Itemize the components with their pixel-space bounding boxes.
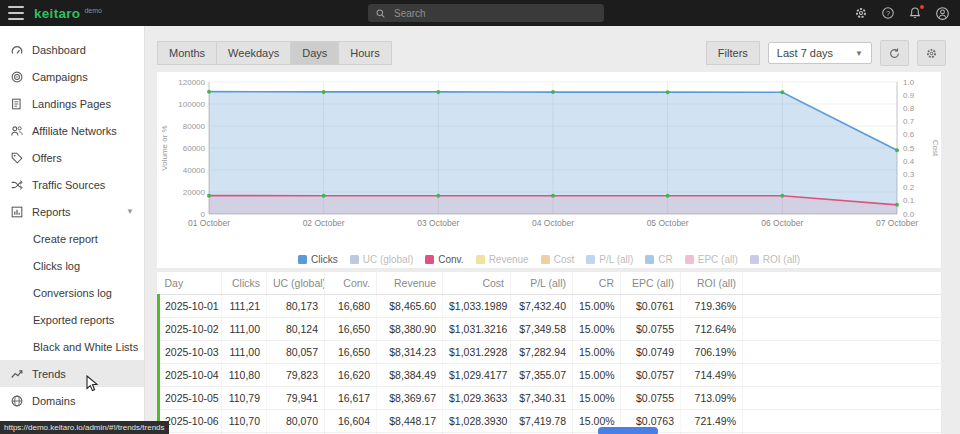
- refresh-button[interactable]: [880, 40, 909, 66]
- cell-day: 2025-10-03: [159, 341, 222, 364]
- svg-text:06 October: 06 October: [761, 218, 803, 228]
- legend-swatch: [685, 255, 694, 264]
- cell-clicks: 110,80: [222, 364, 267, 387]
- cell-epc-all: $0.0755: [621, 387, 681, 410]
- search-input[interactable]: [392, 7, 597, 20]
- sidebar-item-reports[interactable]: Reports▼: [0, 198, 144, 225]
- legend-item-revenue[interactable]: Revenue: [476, 254, 529, 265]
- table-row: 2025-10-04110,8079,82316,620$8,384.49$1,…: [159, 364, 942, 387]
- tab-months[interactable]: Months: [157, 41, 216, 65]
- sidebar-item-exported-reports[interactable]: Exported reports: [0, 306, 144, 333]
- column-header-cr[interactable]: CR: [573, 272, 621, 295]
- date-range-value: Last 7 days: [777, 47, 833, 59]
- legend-item-clicks[interactable]: Clicks: [298, 254, 338, 265]
- reports-icon: [10, 205, 24, 219]
- sidebar-item-domains[interactable]: Domains: [0, 387, 144, 414]
- topbar: keitaro demo ?: [0, 0, 960, 26]
- global-search: [368, 4, 604, 22]
- legend-item-epc-all[interactable]: EPC (all): [685, 254, 738, 265]
- sidebar-item-label: Dashboard: [32, 44, 86, 56]
- sidebar-item-label: Traffic Sources: [32, 179, 105, 191]
- sidebar-item-traffic-sources[interactable]: Traffic Sources: [0, 171, 144, 198]
- column-header-revenue[interactable]: Revenue: [377, 272, 443, 295]
- legend-item-cost[interactable]: Cost: [541, 254, 575, 265]
- column-header-clicks[interactable]: Clicks: [222, 272, 267, 295]
- svg-text:0.8: 0.8: [903, 104, 915, 113]
- cell-epc-all: $0.0761: [621, 295, 681, 318]
- svg-text:Cost: Cost: [931, 140, 940, 157]
- cell-clicks: 110,70: [222, 410, 267, 433]
- svg-text:02 October: 02 October: [303, 218, 345, 228]
- app-logo[interactable]: keitaro demo: [34, 0, 102, 26]
- cell-uc-global: 79,823: [267, 364, 325, 387]
- cell-cost: $1,031.2928: [443, 341, 511, 364]
- cell-conv: 16,680: [325, 295, 377, 318]
- svg-text:0.5: 0.5: [903, 144, 915, 153]
- legend-item-uc-global[interactable]: UC (global): [350, 254, 414, 265]
- chart-legend: ClicksUC (global)Conv.RevenueCostP/L (al…: [157, 246, 941, 272]
- legend-item-roi-all[interactable]: ROI (all): [750, 254, 800, 265]
- filters-button[interactable]: Filters: [706, 41, 760, 65]
- cell-p-l-all: $7,349.58: [511, 318, 573, 341]
- svg-text:100000: 100000: [178, 100, 205, 109]
- settings-gear-icon[interactable]: [854, 6, 868, 20]
- svg-text:03 October: 03 October: [417, 218, 459, 228]
- sidebar-item-clicks-log[interactable]: Clicks log: [0, 252, 144, 279]
- cell-revenue: $8,465.60: [377, 295, 443, 318]
- legend-swatch: [298, 255, 307, 264]
- chart-settings-gear-button[interactable]: [917, 40, 946, 66]
- sidebar-item-create-report[interactable]: Create report: [0, 225, 144, 252]
- sidebar-item-campaigns[interactable]: Campaigns: [0, 63, 144, 90]
- sidebar-item-label: Trends: [32, 368, 66, 380]
- sidebar-item-offers[interactable]: Offers: [0, 144, 144, 171]
- sidebar-item-black-and-white-lists[interactable]: Black and White Lists: [0, 333, 144, 360]
- cell-roi-all: 721.49%: [681, 410, 743, 433]
- legend-item-cr[interactable]: CR: [645, 254, 672, 265]
- column-header-epc-all[interactable]: EPC (all): [621, 272, 681, 295]
- cell-uc-global: 79,941: [267, 387, 325, 410]
- help-icon[interactable]: ?: [881, 6, 895, 20]
- column-header-p-l-all[interactable]: P/L (all): [511, 272, 573, 295]
- sidebar-item-trends[interactable]: Trends: [0, 360, 144, 387]
- tab-hours[interactable]: Hours: [338, 41, 391, 65]
- topbar-icons: ?: [854, 0, 950, 26]
- cell-p-l-all: $7,419.78: [511, 410, 573, 433]
- cell-cost: $1,029.3633: [443, 387, 511, 410]
- hamburger-menu-icon[interactable]: [8, 6, 24, 20]
- date-range-select[interactable]: Last 7 days ▼: [768, 42, 872, 64]
- sidebar-item-landings-pages[interactable]: Landings Pages: [0, 90, 144, 117]
- cell-conv: 16,650: [325, 341, 377, 364]
- notifications-bell-icon[interactable]: [908, 6, 922, 20]
- legend-item-p-l-all[interactable]: P/L (all): [586, 254, 633, 265]
- svg-text:60000: 60000: [183, 144, 206, 153]
- column-header-uc-global[interactable]: UC (global): [267, 272, 325, 295]
- cell-roi-all: 706.19%: [681, 341, 743, 364]
- partial-bottom-button[interactable]: [598, 427, 658, 434]
- legend-label: P/L (all): [599, 254, 633, 265]
- svg-text:80000: 80000: [183, 122, 206, 131]
- cell-filler: [743, 364, 942, 387]
- table-row: 2025-10-01111,2180,17316,680$8,465.60$1,…: [159, 295, 942, 318]
- cell-p-l-all: $7,282.94: [511, 341, 573, 364]
- svg-text:?: ?: [886, 9, 890, 18]
- column-header-cost[interactable]: Cost: [443, 272, 511, 295]
- traffic-sources-icon: [10, 178, 24, 192]
- trends-icon: [10, 367, 24, 381]
- sidebar-item-affiliate-networks[interactable]: Affiliate Networks: [0, 117, 144, 144]
- cell-filler: [743, 318, 942, 341]
- column-header-conv[interactable]: Conv.: [325, 272, 377, 295]
- cell-cost: $1,029.4177: [443, 364, 511, 387]
- user-avatar[interactable]: [935, 6, 950, 21]
- cell-conv: 16,617: [325, 387, 377, 410]
- tab-weekdays[interactable]: Weekdays: [216, 41, 290, 65]
- tab-days[interactable]: Days: [290, 41, 338, 65]
- svg-text:0.3: 0.3: [903, 170, 915, 179]
- sidebar-item-dashboard[interactable]: Dashboard: [0, 36, 144, 63]
- legend-item-conv[interactable]: Conv.: [425, 254, 463, 265]
- status-url: https://demo.keitaro.io/admin/#!/trends/…: [0, 421, 169, 434]
- legend-label: UC (global): [363, 254, 414, 265]
- column-header-day[interactable]: Day: [159, 272, 222, 295]
- sidebar-item-conversions-log[interactable]: Conversions log: [0, 279, 144, 306]
- svg-text:05 October: 05 October: [647, 218, 689, 228]
- column-header-roi-all[interactable]: ROI (all): [681, 272, 743, 295]
